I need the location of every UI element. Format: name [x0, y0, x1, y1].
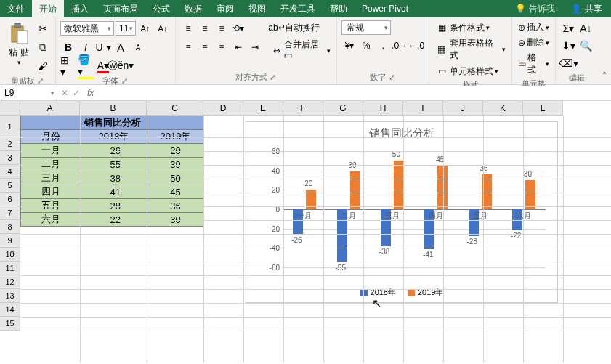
format-cells-button[interactable]: ▭格式▾ — [517, 51, 551, 77]
number-launcher[interactable]: ⤢ — [387, 73, 396, 82]
phonetic-button[interactable]: ⓦěn▾ — [113, 58, 129, 74]
indent-increase-button[interactable]: ⇥ — [247, 39, 263, 55]
comma-button[interactable]: , — [375, 38, 391, 54]
indent-decrease-button[interactable]: ⇤ — [230, 39, 246, 55]
formula-input[interactable] — [98, 86, 611, 100]
font-size-combo[interactable]: 11 — [116, 21, 136, 36]
row-header[interactable]: 12 — [0, 275, 20, 289]
format-as-table-button[interactable]: ▦套用表格格式▾ — [434, 36, 507, 62]
bold-button[interactable]: B — [60, 39, 76, 55]
sort-filter-button[interactable]: A↓ — [578, 20, 594, 36]
decrease-decimal-button[interactable]: ←.0 — [408, 38, 424, 54]
align-middle-button[interactable]: ≡ — [197, 20, 213, 36]
copy-button[interactable]: ⧉ — [35, 39, 51, 55]
col-header[interactable]: J — [443, 101, 483, 116]
col-header[interactable]: A — [20, 101, 80, 116]
orientation-button[interactable]: ⟲▾ — [230, 20, 246, 36]
autosum-button[interactable]: Σ▾ — [560, 20, 576, 36]
row-header[interactable]: 10 — [0, 248, 20, 262]
col-header[interactable]: G — [323, 101, 363, 116]
row-header[interactable]: 6 — [0, 193, 20, 206]
tell-me[interactable]: 💡 告诉我 — [508, 3, 562, 15]
col-header[interactable]: H — [363, 101, 403, 116]
font-launcher[interactable]: ⤢ — [120, 77, 129, 86]
tab-view[interactable]: 视图 — [241, 0, 273, 17]
row-header[interactable]: 4 — [0, 165, 20, 179]
percent-button[interactable]: % — [358, 38, 374, 54]
row-header[interactable]: 13 — [0, 289, 20, 303]
row-header[interactable]: 11 — [0, 262, 20, 275]
collapse-ribbon-button[interactable]: ˄ — [602, 71, 607, 81]
row-header[interactable]: 3 — [0, 151, 20, 165]
font-name-combo[interactable]: 微软雅黑 — [60, 21, 114, 36]
enter-formula-button[interactable]: ✓ — [73, 88, 80, 98]
row-header[interactable]: 9 — [0, 234, 20, 248]
find-button[interactable]: 🔍 — [578, 38, 594, 54]
worksheet[interactable]: A B C D E F G H I J K L 1234567891011121… — [0, 101, 611, 363]
tab-home[interactable]: 开始 — [32, 0, 64, 17]
clear-button[interactable]: ⌫▾ — [560, 55, 576, 71]
fill-button[interactable]: ⬇▾ — [560, 38, 576, 54]
tab-data[interactable]: 数据 — [177, 0, 209, 17]
row-header[interactable]: 15 — [0, 317, 20, 331]
increase-font-button[interactable]: A↑ — [137, 20, 153, 36]
header-2019: 2019年 — [147, 130, 204, 144]
align-top-button[interactable]: ≡ — [180, 20, 196, 36]
conditional-format-button[interactable]: ▦条件格式▾ — [434, 20, 507, 35]
row-header[interactable]: 14 — [0, 303, 20, 317]
cut-button[interactable]: ✂ — [35, 20, 51, 36]
format-painter-button[interactable]: 🖌 — [35, 58, 51, 74]
increase-decimal-button[interactable]: .0→ — [392, 38, 408, 54]
font-small-button[interactable]: A — [130, 39, 146, 55]
insert-cells-button[interactable]: ⊕插入▾ — [517, 20, 551, 34]
col-header[interactable]: F — [283, 101, 323, 116]
fill-color-button[interactable]: 🪣▾ — [78, 58, 94, 74]
clipboard-launcher[interactable]: ⤢ — [36, 77, 45, 86]
tab-insert[interactable]: 插入 — [64, 0, 96, 17]
currency-button[interactable]: ¥▾ — [341, 38, 357, 54]
align-center-button[interactable]: ≡ — [197, 39, 213, 55]
font-big-button[interactable]: A — [113, 39, 129, 55]
cancel-formula-button[interactable]: ✕ — [61, 88, 68, 98]
col-header[interactable]: E — [243, 101, 283, 116]
tab-layout[interactable]: 页面布局 — [96, 0, 145, 17]
select-all-corner[interactable] — [0, 101, 20, 116]
underline-button[interactable]: U ▾ — [95, 39, 111, 55]
row-header[interactable]: 7 — [0, 206, 20, 220]
tab-review[interactable]: 审阅 — [209, 0, 241, 17]
tab-powerpivot[interactable]: Power Pivot — [355, 0, 416, 17]
border-button[interactable]: ⊞ ▾ — [60, 58, 76, 74]
col-header[interactable]: C — [147, 101, 203, 116]
share-button[interactable]: 👤 共享 — [562, 3, 611, 15]
row-header[interactable]: 5 — [0, 179, 20, 193]
align-left-button[interactable]: ≡ — [180, 39, 196, 55]
wrap-text-button[interactable]: ab↵自动换行 — [269, 20, 332, 35]
paste-button[interactable]: 粘 贴 ▾ — [4, 20, 33, 68]
row-header[interactable]: 1 — [0, 116, 20, 137]
cell-styles-button[interactable]: ▭单元格样式▾ — [434, 64, 507, 78]
tab-help[interactable]: 帮助 — [323, 0, 355, 17]
row-header[interactable]: 8 — [0, 220, 20, 234]
delete-cells-button[interactable]: ⊖删除▾ — [517, 36, 551, 49]
insert-icon: ⊕ — [518, 23, 525, 33]
tab-file[interactable]: 文件 — [0, 0, 32, 17]
col-header[interactable]: K — [483, 101, 523, 116]
col-header[interactable]: D — [203, 101, 243, 116]
align-right-button[interactable]: ≡ — [214, 39, 230, 55]
wen-icon: ⓦěn▾ — [108, 60, 134, 73]
col-header[interactable]: L — [523, 101, 563, 116]
row-header[interactable]: 2 — [0, 137, 20, 151]
cell: 一月 — [21, 144, 81, 158]
align-bottom-button[interactable]: ≡ — [214, 20, 230, 36]
decrease-font-button[interactable]: A↓ — [155, 20, 171, 36]
tab-dev[interactable]: 开发工具 — [273, 0, 323, 17]
data-table: 销售同比分析 月份 2018年 2019年 一月-2620 二月-5539 三月… — [20, 116, 204, 227]
align-launcher[interactable]: ⤢ — [269, 73, 278, 82]
merge-center-button[interactable]: ⇔合并后居中▾ — [269, 38, 332, 64]
col-header[interactable]: I — [403, 101, 443, 116]
tab-formulas[interactable]: 公式 — [145, 0, 177, 17]
col-header[interactable]: B — [80, 101, 147, 116]
number-format-combo[interactable]: 常规 — [341, 20, 391, 35]
fx-icon[interactable]: fx — [83, 88, 98, 98]
name-box[interactable]: L9 — [1, 86, 57, 100]
